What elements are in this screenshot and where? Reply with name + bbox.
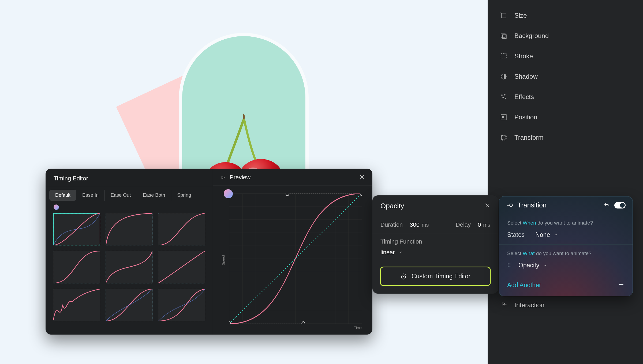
transition-panel-title: Transition — [517, 201, 547, 209]
svg-point-32 — [510, 266, 511, 267]
duration-delay-row: Duration 300ms Delay 0ms — [372, 217, 498, 233]
svg-point-31 — [508, 266, 509, 267]
sidebar-item-label: Background — [514, 32, 549, 40]
opacity-panel: Opacity Duration 300ms Delay 0ms Timing … — [372, 195, 498, 294]
sidebar-item-label: Position — [514, 113, 537, 121]
timing-editor-panel: Timing Editor Default Ease In Ease Out E… — [46, 169, 372, 335]
transition-icon — [506, 202, 513, 209]
close-button[interactable] — [359, 174, 365, 181]
svg-rect-6 — [503, 35, 506, 39]
sidebar-item-size[interactable]: Size — [488, 5, 643, 26]
svg-point-28 — [510, 263, 511, 264]
properties-sidebar: Size Background Stroke Shadow Effects Po… — [488, 0, 643, 364]
when-hint: Select When do you want to animate? — [507, 220, 625, 226]
timing-function-row: Timing Function linear — [372, 233, 498, 261]
tab-default[interactable]: Default — [49, 190, 76, 201]
easing-preset[interactable] — [158, 251, 205, 283]
easing-preset[interactable] — [106, 213, 153, 245]
custom-timing-editor-button[interactable]: Custom Timing Editor — [380, 267, 491, 286]
easing-preset[interactable] — [158, 213, 205, 245]
add-button[interactable] — [618, 281, 625, 289]
sidebar-item-label: Transform — [514, 134, 543, 141]
delay-label: Delay — [456, 221, 471, 228]
timing-graph[interactable]: Speed Time — [213, 185, 372, 335]
sidebar-item-label: Stroke — [514, 52, 533, 60]
preview-ball-small — [54, 204, 59, 210]
svg-rect-4 — [501, 13, 506, 18]
easing-preset[interactable] — [158, 289, 205, 321]
easing-preset[interactable] — [106, 251, 153, 283]
interaction-icon — [500, 301, 507, 309]
easing-preset[interactable] — [53, 289, 100, 321]
drag-handle-icon[interactable] — [507, 262, 511, 269]
opacity-panel-title: Opacity — [380, 202, 404, 210]
curve-graph-svg — [229, 194, 362, 324]
sidebar-item-label: Effects — [514, 93, 534, 101]
timing-editor-left: Timing Editor Default Ease In Ease Out E… — [46, 169, 213, 335]
chevron-down-icon — [554, 231, 558, 238]
sidebar-item-interaction[interactable]: Interaction — [488, 295, 643, 315]
timing-editor-right: Preview Speed Time — [213, 169, 372, 335]
what-hint: Select What do you want to animate? — [507, 251, 625, 256]
preview-button[interactable]: Preview — [220, 174, 251, 181]
svg-point-9 — [502, 95, 502, 96]
close-icon — [484, 202, 490, 208]
sidebar-item-position[interactable]: Position — [488, 107, 643, 127]
svg-point-11 — [503, 97, 503, 98]
svg-rect-5 — [501, 33, 505, 37]
axis-label-time: Time — [354, 326, 362, 330]
svg-point-29 — [508, 264, 509, 266]
tab-ease-in[interactable]: Ease In — [76, 190, 105, 201]
chevron-down-icon — [543, 262, 547, 269]
transition-panel: Transition Select When do you want to an… — [499, 196, 633, 296]
preview-ball-large — [224, 189, 233, 198]
position-icon — [500, 113, 507, 121]
transform-icon — [500, 134, 507, 141]
states-label: States — [507, 231, 525, 238]
background-icon — [500, 32, 507, 40]
stroke-icon — [500, 52, 507, 60]
svg-point-10 — [504, 94, 505, 95]
delay-value[interactable]: 0ms — [478, 221, 490, 228]
timing-function-label: Timing Function — [380, 238, 422, 245]
duration-label: Duration — [380, 221, 403, 228]
easing-preset-grid — [46, 211, 213, 328]
sidebar-item-label: Size — [514, 12, 527, 19]
undo-icon[interactable] — [604, 202, 610, 208]
states-select[interactable]: None — [535, 231, 558, 238]
sidebar-item-stroke[interactable]: Stroke — [488, 46, 643, 66]
sidebar-item-transform[interactable]: Transform — [488, 127, 643, 148]
shadow-icon — [500, 73, 507, 80]
effects-icon — [500, 93, 507, 101]
tab-ease-out[interactable]: Ease Out — [105, 190, 137, 201]
timing-tabs: Default Ease In Ease Out Ease Both Sprin… — [46, 187, 213, 203]
chevron-down-icon — [399, 249, 403, 256]
transition-toggle[interactable] — [614, 202, 626, 208]
svg-point-26 — [510, 204, 513, 207]
svg-rect-14 — [502, 116, 504, 118]
duration-value[interactable]: 300ms — [410, 221, 429, 228]
close-button[interactable] — [484, 202, 490, 210]
tab-spring[interactable]: Spring — [171, 190, 197, 201]
add-another-button[interactable]: Add Another — [507, 282, 541, 289]
sidebar-item-label: Shadow — [514, 73, 538, 80]
svg-point-30 — [510, 264, 511, 266]
easing-preset[interactable] — [106, 289, 153, 321]
sidebar-item-shadow[interactable]: Shadow — [488, 66, 643, 87]
svg-point-23 — [286, 194, 289, 196]
sidebar-item-effects[interactable]: Effects — [488, 87, 643, 107]
play-icon — [220, 175, 225, 180]
stopwatch-icon — [400, 273, 407, 280]
easing-preset[interactable] — [53, 213, 100, 245]
plus-icon — [618, 281, 625, 288]
size-icon — [500, 12, 507, 19]
axis-label-speed: Speed — [221, 255, 225, 265]
svg-point-27 — [508, 263, 509, 264]
easing-preset[interactable] — [53, 251, 100, 283]
sidebar-item-background[interactable]: Background — [488, 26, 643, 46]
svg-rect-7 — [501, 54, 506, 59]
sidebar-item-label: Interaction — [514, 301, 544, 309]
tab-ease-both[interactable]: Ease Both — [137, 190, 171, 201]
property-select[interactable]: Opacity — [518, 262, 547, 269]
timing-function-select[interactable]: linear — [380, 249, 403, 256]
